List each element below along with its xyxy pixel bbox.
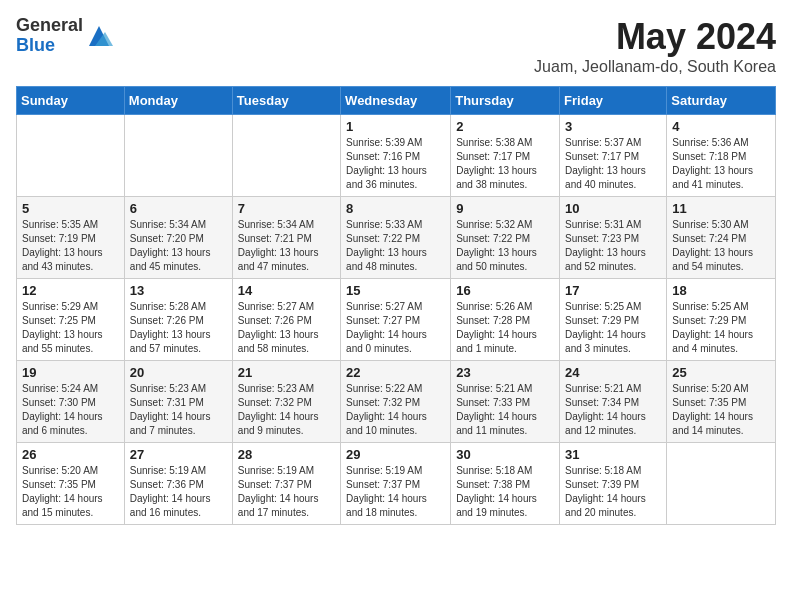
weekday-header-row: SundayMondayTuesdayWednesdayThursdayFrid… [17, 87, 776, 115]
weekday-header-monday: Monday [124, 87, 232, 115]
day-info: Sunrise: 5:18 AM Sunset: 7:39 PM Dayligh… [565, 464, 661, 520]
day-info: Sunrise: 5:20 AM Sunset: 7:35 PM Dayligh… [672, 382, 770, 438]
calendar-cell: 1Sunrise: 5:39 AM Sunset: 7:16 PM Daylig… [341, 115, 451, 197]
day-number: 10 [565, 201, 661, 216]
day-info: Sunrise: 5:26 AM Sunset: 7:28 PM Dayligh… [456, 300, 554, 356]
day-info: Sunrise: 5:34 AM Sunset: 7:20 PM Dayligh… [130, 218, 227, 274]
day-info: Sunrise: 5:37 AM Sunset: 7:17 PM Dayligh… [565, 136, 661, 192]
day-info: Sunrise: 5:27 AM Sunset: 7:26 PM Dayligh… [238, 300, 335, 356]
day-info: Sunrise: 5:23 AM Sunset: 7:32 PM Dayligh… [238, 382, 335, 438]
day-number: 20 [130, 365, 227, 380]
logo-icon [85, 22, 113, 50]
day-number: 26 [22, 447, 119, 462]
day-info: Sunrise: 5:29 AM Sunset: 7:25 PM Dayligh… [22, 300, 119, 356]
day-number: 27 [130, 447, 227, 462]
day-info: Sunrise: 5:21 AM Sunset: 7:34 PM Dayligh… [565, 382, 661, 438]
day-number: 31 [565, 447, 661, 462]
calendar-week-row: 19Sunrise: 5:24 AM Sunset: 7:30 PM Dayli… [17, 361, 776, 443]
weekday-header-friday: Friday [560, 87, 667, 115]
day-info: Sunrise: 5:23 AM Sunset: 7:31 PM Dayligh… [130, 382, 227, 438]
calendar-cell: 25Sunrise: 5:20 AM Sunset: 7:35 PM Dayli… [667, 361, 776, 443]
calendar-cell: 6Sunrise: 5:34 AM Sunset: 7:20 PM Daylig… [124, 197, 232, 279]
day-number: 11 [672, 201, 770, 216]
day-info: Sunrise: 5:25 AM Sunset: 7:29 PM Dayligh… [672, 300, 770, 356]
day-number: 30 [456, 447, 554, 462]
calendar-table: SundayMondayTuesdayWednesdayThursdayFrid… [16, 86, 776, 525]
day-info: Sunrise: 5:39 AM Sunset: 7:16 PM Dayligh… [346, 136, 445, 192]
calendar-cell: 30Sunrise: 5:18 AM Sunset: 7:38 PM Dayli… [451, 443, 560, 525]
calendar-cell: 22Sunrise: 5:22 AM Sunset: 7:32 PM Dayli… [341, 361, 451, 443]
day-number: 15 [346, 283, 445, 298]
location-subtitle: Juam, Jeollanam-do, South Korea [534, 58, 776, 76]
day-number: 19 [22, 365, 119, 380]
calendar-cell: 24Sunrise: 5:21 AM Sunset: 7:34 PM Dayli… [560, 361, 667, 443]
calendar-cell [667, 443, 776, 525]
weekday-header-sunday: Sunday [17, 87, 125, 115]
day-number: 12 [22, 283, 119, 298]
day-info: Sunrise: 5:36 AM Sunset: 7:18 PM Dayligh… [672, 136, 770, 192]
calendar-cell: 21Sunrise: 5:23 AM Sunset: 7:32 PM Dayli… [232, 361, 340, 443]
month-title: May 2024 [534, 16, 776, 58]
calendar-week-row: 5Sunrise: 5:35 AM Sunset: 7:19 PM Daylig… [17, 197, 776, 279]
day-number: 14 [238, 283, 335, 298]
day-info: Sunrise: 5:30 AM Sunset: 7:24 PM Dayligh… [672, 218, 770, 274]
calendar-week-row: 12Sunrise: 5:29 AM Sunset: 7:25 PM Dayli… [17, 279, 776, 361]
calendar-cell: 17Sunrise: 5:25 AM Sunset: 7:29 PM Dayli… [560, 279, 667, 361]
day-number: 18 [672, 283, 770, 298]
calendar-cell: 19Sunrise: 5:24 AM Sunset: 7:30 PM Dayli… [17, 361, 125, 443]
day-number: 21 [238, 365, 335, 380]
calendar-cell: 26Sunrise: 5:20 AM Sunset: 7:35 PM Dayli… [17, 443, 125, 525]
logo: General Blue [16, 16, 113, 56]
weekday-header-saturday: Saturday [667, 87, 776, 115]
day-info: Sunrise: 5:19 AM Sunset: 7:36 PM Dayligh… [130, 464, 227, 520]
calendar-cell: 20Sunrise: 5:23 AM Sunset: 7:31 PM Dayli… [124, 361, 232, 443]
day-info: Sunrise: 5:22 AM Sunset: 7:32 PM Dayligh… [346, 382, 445, 438]
day-info: Sunrise: 5:27 AM Sunset: 7:27 PM Dayligh… [346, 300, 445, 356]
day-info: Sunrise: 5:34 AM Sunset: 7:21 PM Dayligh… [238, 218, 335, 274]
day-info: Sunrise: 5:32 AM Sunset: 7:22 PM Dayligh… [456, 218, 554, 274]
day-number: 4 [672, 119, 770, 134]
day-info: Sunrise: 5:31 AM Sunset: 7:23 PM Dayligh… [565, 218, 661, 274]
calendar-cell: 31Sunrise: 5:18 AM Sunset: 7:39 PM Dayli… [560, 443, 667, 525]
day-info: Sunrise: 5:35 AM Sunset: 7:19 PM Dayligh… [22, 218, 119, 274]
calendar-cell: 23Sunrise: 5:21 AM Sunset: 7:33 PM Dayli… [451, 361, 560, 443]
calendar-cell: 3Sunrise: 5:37 AM Sunset: 7:17 PM Daylig… [560, 115, 667, 197]
day-number: 29 [346, 447, 445, 462]
day-number: 8 [346, 201, 445, 216]
day-info: Sunrise: 5:18 AM Sunset: 7:38 PM Dayligh… [456, 464, 554, 520]
day-number: 16 [456, 283, 554, 298]
day-info: Sunrise: 5:33 AM Sunset: 7:22 PM Dayligh… [346, 218, 445, 274]
weekday-header-thursday: Thursday [451, 87, 560, 115]
day-info: Sunrise: 5:28 AM Sunset: 7:26 PM Dayligh… [130, 300, 227, 356]
day-info: Sunrise: 5:21 AM Sunset: 7:33 PM Dayligh… [456, 382, 554, 438]
calendar-week-row: 26Sunrise: 5:20 AM Sunset: 7:35 PM Dayli… [17, 443, 776, 525]
calendar-cell: 18Sunrise: 5:25 AM Sunset: 7:29 PM Dayli… [667, 279, 776, 361]
day-info: Sunrise: 5:19 AM Sunset: 7:37 PM Dayligh… [346, 464, 445, 520]
weekday-header-tuesday: Tuesday [232, 87, 340, 115]
calendar-cell: 14Sunrise: 5:27 AM Sunset: 7:26 PM Dayli… [232, 279, 340, 361]
calendar-cell: 8Sunrise: 5:33 AM Sunset: 7:22 PM Daylig… [341, 197, 451, 279]
day-number: 2 [456, 119, 554, 134]
calendar-cell [124, 115, 232, 197]
calendar-cell: 12Sunrise: 5:29 AM Sunset: 7:25 PM Dayli… [17, 279, 125, 361]
calendar-cell: 29Sunrise: 5:19 AM Sunset: 7:37 PM Dayli… [341, 443, 451, 525]
day-number: 1 [346, 119, 445, 134]
day-number: 24 [565, 365, 661, 380]
day-number: 5 [22, 201, 119, 216]
title-area: May 2024 Juam, Jeollanam-do, South Korea [534, 16, 776, 76]
calendar-cell: 27Sunrise: 5:19 AM Sunset: 7:36 PM Dayli… [124, 443, 232, 525]
day-info: Sunrise: 5:25 AM Sunset: 7:29 PM Dayligh… [565, 300, 661, 356]
day-number: 17 [565, 283, 661, 298]
calendar-cell: 13Sunrise: 5:28 AM Sunset: 7:26 PM Dayli… [124, 279, 232, 361]
calendar-cell: 7Sunrise: 5:34 AM Sunset: 7:21 PM Daylig… [232, 197, 340, 279]
day-number: 28 [238, 447, 335, 462]
calendar-week-row: 1Sunrise: 5:39 AM Sunset: 7:16 PM Daylig… [17, 115, 776, 197]
day-number: 22 [346, 365, 445, 380]
day-info: Sunrise: 5:20 AM Sunset: 7:35 PM Dayligh… [22, 464, 119, 520]
weekday-header-wednesday: Wednesday [341, 87, 451, 115]
day-info: Sunrise: 5:38 AM Sunset: 7:17 PM Dayligh… [456, 136, 554, 192]
day-number: 9 [456, 201, 554, 216]
day-number: 25 [672, 365, 770, 380]
day-number: 6 [130, 201, 227, 216]
calendar-cell: 28Sunrise: 5:19 AM Sunset: 7:37 PM Dayli… [232, 443, 340, 525]
